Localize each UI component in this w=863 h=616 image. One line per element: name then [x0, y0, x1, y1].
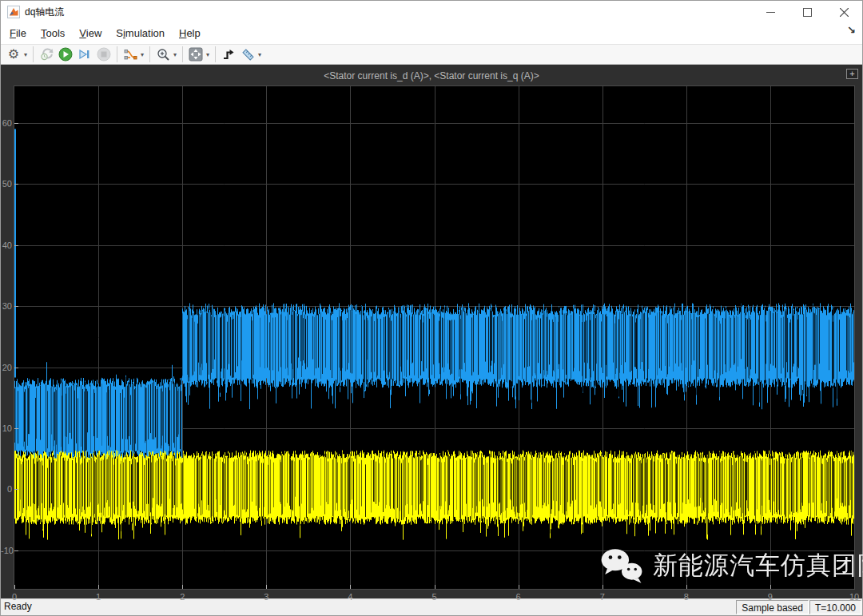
close-button[interactable]	[825, 1, 862, 23]
signal-selector-caret-icon[interactable]: ▾	[141, 51, 144, 58]
window-title: dq轴电流	[25, 6, 64, 19]
watermark-text: 新能源汽车仿真团队	[653, 549, 863, 582]
step-forward-icon	[78, 48, 92, 61]
x-tick-label: 4	[340, 592, 360, 602]
minimize-button[interactable]	[752, 1, 789, 23]
menu-item-simulation[interactable]: Simulation	[109, 23, 172, 44]
menu-item-file[interactable]: File	[2, 23, 34, 44]
step-forward-button[interactable]	[76, 46, 93, 63]
x-tick-label: 10	[845, 592, 863, 602]
zoom-in-icon	[157, 48, 170, 62]
dock-arrow-icon[interactable]: ↘	[847, 24, 856, 36]
gear-icon: ⚙	[8, 48, 19, 61]
menu-item-tools[interactable]: Tools	[34, 23, 72, 44]
run-button[interactable]	[57, 46, 74, 63]
x-tick-label: 2	[173, 592, 192, 602]
y-tick-label: -10	[1, 546, 12, 555]
wechat-logo-icon	[599, 547, 645, 584]
signal-selector-icon	[124, 48, 137, 61]
x-tick-label: 8	[677, 592, 696, 602]
y-tick-label: 0	[1, 484, 12, 494]
trigger-icon	[222, 48, 235, 61]
signal-selector-button[interactable]	[121, 46, 139, 63]
app-icon	[7, 6, 20, 18]
y-tick-label: 50	[1, 179, 12, 189]
trigger-button[interactable]	[220, 46, 237, 63]
y-tick-label: 40	[1, 240, 12, 250]
run-icon	[58, 47, 73, 62]
fit-to-view-button[interactable]	[187, 46, 205, 63]
toolbar-separator	[149, 46, 150, 62]
title-bar: dq轴电流	[1, 1, 862, 23]
y-tick-label: 10	[1, 423, 12, 433]
x-tick-label: 3	[257, 592, 276, 602]
toolbar: ⚙ ▾	[1, 44, 862, 65]
fit-to-view-caret-icon[interactable]: ▾	[206, 51, 209, 58]
minimize-icon	[766, 8, 775, 17]
scope-area: <Stator current is_d (A)>, <Stator curre…	[1, 65, 862, 598]
close-icon	[840, 8, 849, 17]
maximize-axes-icon[interactable]: +	[846, 69, 858, 79]
status-sim-time: T=10.000	[809, 600, 861, 614]
measurements-button[interactable]	[239, 46, 257, 63]
fit-to-view-icon	[189, 47, 203, 62]
x-tick-label: 1	[89, 592, 108, 602]
menu-item-help[interactable]: Help	[172, 23, 208, 44]
x-tick-label: 6	[509, 592, 528, 602]
watermark: 新能源汽车仿真团队	[599, 547, 863, 584]
toolbar-separator	[117, 46, 117, 62]
y-tick-label: 60	[1, 118, 12, 128]
x-tick-label: 0	[5, 592, 24, 602]
maximize-icon	[803, 8, 812, 17]
step-back-button[interactable]	[38, 46, 55, 63]
stop-button[interactable]	[95, 46, 113, 63]
measurements-caret-icon[interactable]: ▾	[258, 51, 261, 58]
menu-item-view[interactable]: View	[72, 23, 109, 44]
zoom-caret-icon[interactable]: ▾	[173, 51, 177, 58]
y-tick-label: 20	[1, 363, 12, 372]
toolbar-separator	[182, 46, 183, 62]
toolbar-separator	[33, 46, 34, 62]
status-ready: Ready	[1, 599, 736, 615]
x-tick-label: 9	[761, 592, 780, 602]
scope-window: dq轴电流 FileToolsViewSimulationHelp↘ ⚙ ▾	[0, 0, 863, 616]
settings-gear-button[interactable]: ⚙	[5, 46, 22, 63]
x-tick-label: 5	[425, 592, 444, 602]
y-tick-label: 30	[1, 301, 12, 311]
plot-title: <Stator current is_d (A)>, <Stator curre…	[1, 70, 862, 81]
stop-icon	[97, 47, 111, 62]
menu-bar: FileToolsViewSimulationHelp↘	[1, 23, 862, 44]
step-back-icon	[40, 48, 54, 61]
signal-plot-canvas[interactable]	[14, 85, 855, 590]
status-sample-mode: Sample based	[736, 600, 809, 614]
x-tick-label: 7	[593, 592, 612, 602]
zoom-in-button[interactable]	[154, 46, 172, 63]
settings-caret-icon[interactable]: ▾	[24, 51, 27, 58]
measurements-ruler-icon	[241, 48, 255, 62]
toolbar-separator	[215, 46, 216, 62]
maximize-button[interactable]	[789, 1, 825, 23]
